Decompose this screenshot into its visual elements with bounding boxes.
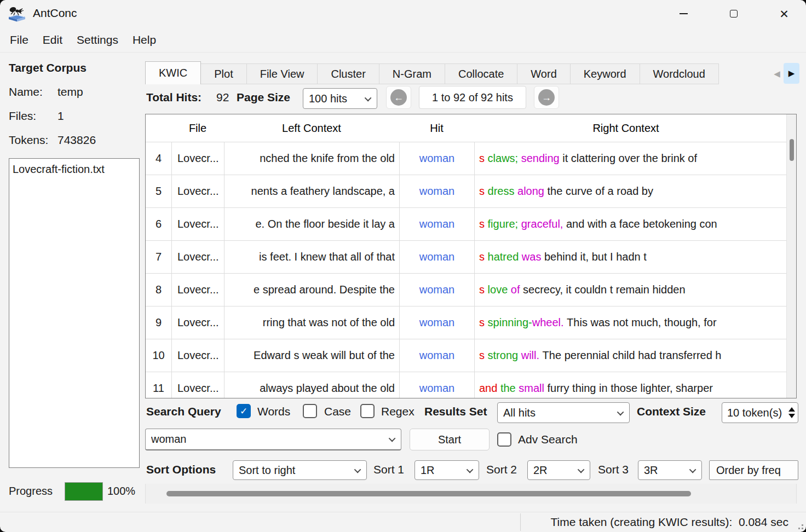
table-row[interactable]: 10Lovecr...Edward s weak will but of the… [146, 339, 796, 372]
corpus-field-label: Name: [9, 85, 43, 99]
words-checkbox-label: Words [257, 405, 290, 418]
kwic-segment-black: and with a face betokening con [566, 218, 717, 230]
kwic-segment-green: figure; [488, 218, 521, 230]
cell-left-context: rring that was not of the old [224, 307, 399, 339]
progress-bar [65, 482, 103, 501]
column-header-file[interactable]: File [171, 114, 224, 142]
maximize-button[interactable] [717, 0, 750, 27]
tab-collocate[interactable]: Collocate [445, 63, 517, 84]
horizontal-scrollbar[interactable] [145, 484, 797, 504]
list-item-corpus-file[interactable]: Lovecraft-fiction.txt [9, 159, 139, 180]
menu-item-edit[interactable]: Edit [41, 32, 65, 48]
tab-word[interactable]: Word [517, 63, 570, 84]
menubar: FileEditSettingsHelp [0, 27, 806, 53]
next-page-button[interactable]: → [534, 86, 559, 109]
menu-item-help[interactable]: Help [130, 32, 158, 48]
kwic-segment-black: behind it, but I hadn t [544, 251, 647, 263]
vertical-scrollbar[interactable] [786, 114, 796, 398]
resize-grip-icon[interactable] [796, 522, 803, 529]
corpus-field-label: Files: [9, 109, 36, 123]
kwic-segment-green: strong [488, 349, 521, 362]
kwic-segment-green: hatred [488, 251, 522, 263]
kwic-segment-red: s [479, 152, 488, 165]
vertical-scrollbar-thumb[interactable] [790, 139, 794, 161]
sort-1-select[interactable]: 1R [414, 460, 479, 480]
kwic-segment-black: The perennial child had transferred h [543, 349, 722, 362]
cell-file: Lovecr... [171, 208, 224, 240]
page-range-box[interactable]: 1 to 92 of 92 hits [419, 86, 526, 109]
spin-down-icon[interactable] [788, 414, 795, 418]
cell-right-context: s spinning-wheel. This was not much, tho… [474, 307, 778, 339]
cell-hit: woman [399, 274, 474, 306]
chevron-down-icon [354, 466, 361, 473]
kwic-segment-black: it clattering over the brink of [562, 152, 697, 165]
kwic-segment-red: s [479, 185, 488, 198]
tab-kwic[interactable]: KWIC [145, 61, 201, 84]
cell-left-context: is feet. I knew that all of that [224, 241, 399, 273]
sort-value: 3R [644, 464, 687, 477]
tab-wordcloud[interactable]: Wordcloud [640, 63, 719, 84]
column-header-hit[interactable]: Hit [399, 114, 474, 142]
table-row[interactable]: 7Lovecr...is feet. I knew that all of th… [146, 240, 796, 273]
corpus-field-value: 743826 [57, 134, 96, 147]
title-bar: AntConc ✕ [0, 0, 806, 27]
corpus-field-value: temp [57, 85, 83, 99]
sort-mode-select[interactable]: Sort to right [233, 460, 367, 480]
table-row[interactable]: 4Lovecr...nched the knife from the oldwo… [146, 142, 796, 175]
tab-cluster[interactable]: Cluster [318, 63, 379, 84]
sort-options-label: Sort Options [146, 463, 216, 476]
page-size-select[interactable]: 100 hits [303, 88, 377, 109]
column-header-left-context[interactable]: Left Context [224, 114, 399, 142]
corpus-field-tokens-: Tokens:743826 [9, 134, 140, 150]
menu-item-settings[interactable]: Settings [74, 32, 120, 48]
row-number: 10 [146, 349, 171, 362]
table-row[interactable]: 6Lovecr...e. On the floor beside it lay … [146, 207, 796, 240]
close-button[interactable]: ✕ [768, 0, 801, 27]
kwic-segment-magenta: will. [521, 349, 543, 362]
table-row[interactable]: 9Lovecr...rring that was not of the oldw… [146, 306, 796, 339]
case-checkbox[interactable] [303, 404, 317, 418]
table-row[interactable]: 5Lovecr...nents a feathery landscape, aw… [146, 175, 796, 207]
cell-right-context: s hatred was behind it, but I hadn t [474, 241, 778, 273]
sort-3-select[interactable]: 3R [638, 460, 702, 480]
table-row[interactable]: 8Lovecr...e spread around. Despite thewo… [146, 273, 796, 306]
adv-search-checkbox[interactable] [497, 432, 511, 447]
words-checkbox[interactable]: ✓ [237, 404, 251, 418]
tab-plot[interactable]: Plot [201, 63, 246, 84]
chevron-down-icon [365, 94, 372, 101]
start-button[interactable]: Start [410, 429, 490, 450]
cell-left-context: e spread around. Despite the [224, 274, 399, 306]
back-arrow-icon: ← [390, 89, 407, 106]
kwic-segment-green: the [500, 382, 519, 395]
horizontal-scrollbar-thumb[interactable] [166, 491, 691, 496]
corpus-file-list[interactable]: Lovecraft-fiction.txt [9, 158, 140, 468]
tab-keyword[interactable]: Keyword [571, 63, 640, 84]
adv-search-label: Adv Search [518, 433, 578, 446]
tab-scroll-right-icon[interactable]: ▶ [784, 63, 799, 84]
prev-page-button[interactable]: ← [386, 86, 411, 109]
chevron-down-icon [578, 466, 585, 473]
ant-logo-icon [7, 3, 27, 24]
cell-hit: woman [399, 241, 474, 273]
tab-file-view[interactable]: File View [247, 63, 318, 84]
context-size-spinner[interactable]: 10 token(s) [722, 402, 798, 423]
forward-arrow-icon: → [538, 89, 555, 106]
tab-scroll-left-icon[interactable]: ◀ [771, 65, 783, 83]
spin-up-icon[interactable] [788, 407, 795, 412]
table-row[interactable]: 11Lovecr...always played about the oldwo… [146, 372, 796, 398]
menu-item-file[interactable]: File [8, 32, 31, 48]
tab-n-gram[interactable]: N-Gram [379, 63, 445, 84]
cell-file: Lovecr... [171, 339, 224, 372]
search-input[interactable]: woman [145, 429, 401, 450]
results-set-select[interactable]: All hits [497, 402, 630, 423]
corpus-field-value: 1 [57, 109, 64, 123]
chevron-down-icon [617, 408, 624, 415]
row-number: 5 [146, 185, 171, 198]
minimize-button[interactable] [667, 0, 700, 27]
cell-right-context: s claws; sending it clattering over the … [474, 142, 778, 175]
column-header-right-context[interactable]: Right Context [474, 114, 778, 142]
regex-checkbox[interactable] [360, 404, 375, 418]
sort-2-select[interactable]: 2R [527, 460, 590, 480]
cell-hit: woman [399, 208, 474, 240]
order-by-freq-button[interactable]: Order by freq [709, 460, 798, 480]
